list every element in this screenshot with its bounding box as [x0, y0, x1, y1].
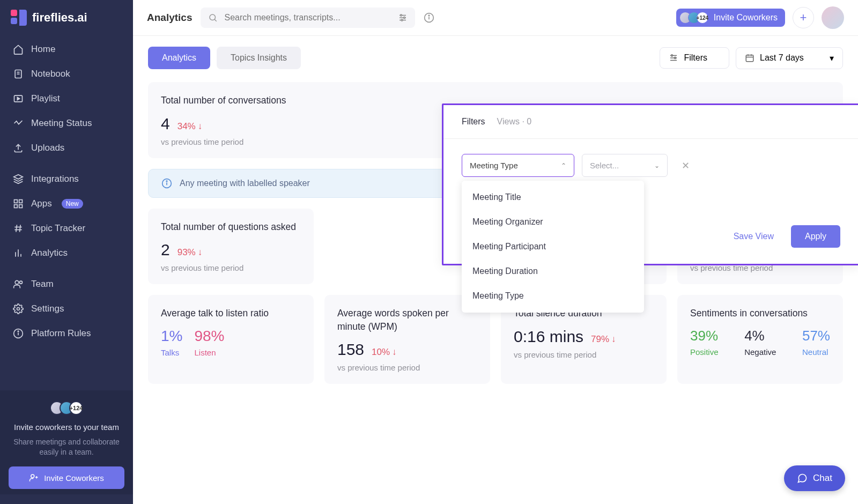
brand-name: fireflies.ai	[32, 11, 87, 25]
sidebar-item-platform-rules[interactable]: Platform Rules	[5, 322, 128, 345]
filter-option[interactable]: Meeting Participant	[462, 234, 644, 259]
avatar-count-badge: +124	[69, 401, 83, 415]
search-box[interactable]	[201, 8, 415, 28]
positive-label: Positive	[690, 347, 719, 357]
card-title: Sentiments in conversations	[690, 307, 830, 320]
sidebar-item-label: Team	[31, 279, 54, 290]
sidebar-nav: Home Notebook Playlist Meeting Status Up…	[0, 38, 133, 345]
tab-analytics[interactable]: Analytics	[148, 47, 210, 69]
add-button[interactable]: +	[793, 7, 814, 28]
info-icon	[13, 328, 24, 339]
svg-point-34	[401, 14, 402, 16]
filters-button[interactable]: Filters	[660, 47, 729, 69]
svg-rect-11	[14, 205, 18, 208]
sidebar-item-label: Analytics	[31, 248, 68, 258]
neutral-label: Neutral	[802, 347, 830, 357]
apply-button[interactable]: Apply	[791, 225, 840, 248]
sidebar-item-team[interactable]: Team	[5, 272, 128, 296]
svg-rect-9	[14, 200, 18, 203]
tab-topics-insights[interactable]: Topics Insights	[217, 47, 301, 69]
sidebar-item-label: Notebook	[31, 69, 70, 79]
logo[interactable]: fireflies.ai	[0, 10, 133, 38]
card-questions: Total number of questions asked 2 93%↓ v…	[148, 209, 314, 285]
notebook-icon	[13, 69, 24, 79]
user-avatar[interactable]	[822, 6, 844, 29]
card-title: Average words spoken per minute (WPM)	[337, 307, 477, 333]
sliders-icon[interactable]	[398, 13, 408, 23]
arrow-down-icon: ↓	[611, 334, 616, 345]
svg-rect-45	[746, 55, 753, 62]
filters-label: Filters	[684, 53, 707, 63]
sidebar-item-label: Uploads	[31, 143, 64, 153]
card-sub: vs previous time period	[161, 263, 301, 272]
sidebar-item-uploads[interactable]: Uploads	[5, 136, 128, 160]
integrations-icon	[13, 174, 24, 184]
svg-rect-12	[19, 205, 23, 208]
footer-title: Invite coworkers to your team	[9, 421, 124, 433]
sidebar-item-meeting-status[interactable]: Meeting Status	[5, 112, 128, 135]
card-talk-listen-ratio: Average talk to listen ratio 1% Talks 98…	[148, 295, 314, 384]
sidebar-item-playlist[interactable]: Playlist	[5, 87, 128, 110]
invite-coworkers-button[interactable]: Invite Coworkers	[9, 466, 124, 489]
filter-option[interactable]: Meeting Type	[462, 284, 644, 308]
sidebar: fireflies.ai Home Notebook Playlist Meet…	[0, 0, 133, 504]
chevron-down-icon: ⌄	[654, 162, 660, 169]
date-range-button[interactable]: Last 7 days ▾	[736, 47, 843, 69]
analytics-icon	[13, 248, 24, 258]
svg-point-44	[675, 57, 676, 59]
sidebar-item-label: Platform Rules	[31, 328, 91, 339]
sidebar-item-label: Playlist	[31, 93, 60, 104]
save-view-button[interactable]: Save View	[725, 226, 782, 247]
talks-label: Talks	[161, 348, 182, 357]
sidebar-item-notebook[interactable]: Notebook	[5, 62, 128, 86]
card-value: 4	[161, 115, 170, 133]
chat-fab[interactable]: Chat	[784, 465, 845, 491]
svg-point-20	[15, 280, 19, 284]
sidebar-item-integrations[interactable]: Integrations	[5, 167, 128, 191]
positive-value: 39%	[690, 328, 719, 344]
gear-icon	[13, 303, 24, 314]
svg-line-15	[16, 225, 17, 232]
info-icon	[161, 178, 172, 189]
filter-field-select: Meeting Type ⌃ Meeting Title Meeting Org…	[462, 154, 574, 177]
sidebar-item-home[interactable]: Home	[5, 38, 128, 61]
sidebar-item-topic-tracker[interactable]: Topic Tracker	[5, 217, 128, 240]
sidebar-item-apps[interactable]: AppsNew	[5, 192, 128, 216]
sidebar-item-settings[interactable]: Settings	[5, 297, 128, 321]
playlist-icon	[13, 93, 24, 104]
selected-label: Meeting Type	[470, 161, 518, 170]
card-delta: 10%↓	[372, 347, 397, 358]
filter-field-select-button[interactable]: Meeting Type ⌃	[462, 154, 574, 177]
svg-rect-0	[11, 10, 17, 16]
apps-icon	[13, 198, 24, 209]
filter-value-select-button[interactable]: Select... ⌄	[582, 154, 668, 177]
sidebar-item-label: Meeting Status	[31, 118, 92, 129]
svg-point-35	[404, 17, 405, 19]
filter-option[interactable]: Meeting Title	[462, 185, 644, 210]
remove-filter-button[interactable]: ✕	[682, 160, 690, 172]
card-value: 2	[161, 241, 170, 259]
neutral-value: 57%	[802, 328, 830, 344]
filter-option[interactable]: Meeting Organizer	[462, 210, 644, 234]
popup-tab-views[interactable]: Views · 0	[497, 117, 532, 127]
avatar-count-badge: +124	[697, 12, 708, 24]
select-placeholder: Select...	[590, 161, 619, 170]
filter-option[interactable]: Meeting Duration	[462, 259, 644, 284]
search-input[interactable]	[224, 13, 391, 23]
sidebar-item-analytics[interactable]: Analytics	[5, 241, 128, 265]
chat-icon	[797, 473, 808, 484]
hash-icon	[13, 223, 24, 234]
popup-tab-filters[interactable]: Filters	[462, 117, 485, 127]
tabs-row: Analytics Topics Insights Filters Last 7…	[148, 47, 843, 69]
svg-point-21	[20, 281, 23, 284]
svg-marker-8	[14, 175, 23, 179]
chevron-down-icon: ▾	[830, 53, 834, 63]
filters-popup-tabs: Filters Views · 0	[443, 105, 858, 139]
info-icon[interactable]	[424, 12, 434, 23]
svg-point-43	[671, 55, 673, 56]
chat-label: Chat	[813, 473, 832, 484]
svg-line-16	[20, 225, 21, 232]
invite-coworkers-pill[interactable]: +124 Invite Coworkers	[676, 9, 785, 27]
chevron-up-icon: ⌃	[561, 162, 566, 169]
svg-point-22	[17, 308, 20, 310]
